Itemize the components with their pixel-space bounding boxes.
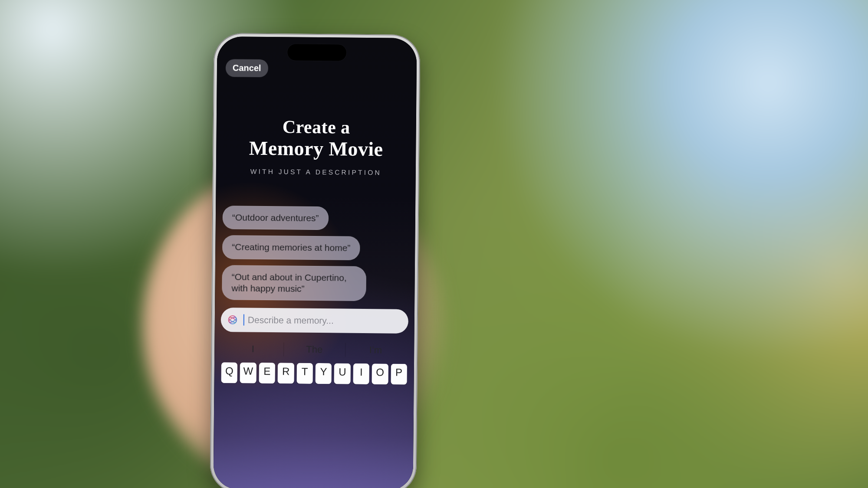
title-line2: Memory Movie	[222, 137, 410, 160]
predictive-bar: I The I’m	[220, 339, 408, 360]
page-title: Create a Memory Movie	[222, 117, 410, 160]
photo-background	[0, 0, 868, 488]
suggestion-chip[interactable]: “Outdoor adventures”	[223, 206, 329, 230]
keyboard-row: Q W E R T Y U I O P	[220, 362, 408, 385]
phone-frame: Cancel Create a Memory Movie WITH JUST A…	[210, 33, 420, 488]
suggestion-chip[interactable]: “Creating memories at home”	[222, 235, 360, 260]
predictive-suggestion[interactable]: I	[222, 339, 284, 359]
cancel-button[interactable]: Cancel	[226, 59, 268, 77]
text-caret	[243, 314, 244, 326]
keyboard-key[interactable]: T	[296, 363, 313, 384]
predictive-suggestion[interactable]: The	[283, 339, 345, 360]
memory-movie-screen: Cancel Create a Memory Movie WITH JUST A…	[213, 36, 417, 488]
page-subtitle: WITH JUST A DESCRIPTION	[222, 167, 410, 177]
keyboard-key[interactable]: U	[334, 363, 351, 384]
keyboard-key[interactable]: Q	[221, 362, 238, 383]
dynamic-island	[287, 44, 346, 61]
keyboard-key[interactable]: E	[259, 363, 275, 383]
keyboard-key[interactable]: I	[353, 364, 369, 384]
title-line1: Create a	[223, 117, 410, 138]
keyboard-key[interactable]: Y	[316, 363, 332, 384]
keyboard-key[interactable]: W	[240, 363, 256, 383]
apple-intelligence-icon	[226, 313, 239, 326]
memory-description-input[interactable]	[248, 315, 401, 327]
keyboard-key[interactable]: O	[372, 364, 388, 384]
suggestion-list: “Outdoor adventures” “Creating memories …	[221, 206, 409, 301]
iphone-device: Cancel Create a Memory Movie WITH JUST A…	[210, 33, 420, 488]
keyboard-key[interactable]: P	[391, 364, 407, 385]
memory-description-field[interactable]	[221, 308, 408, 334]
suggestion-chip[interactable]: “Out and about in Cupertino, with happy …	[222, 265, 366, 301]
predictive-suggestion[interactable]: I’m	[345, 340, 407, 360]
keyboard-key[interactable]: R	[278, 363, 294, 383]
phone-bezel: Cancel Create a Memory Movie WITH JUST A…	[213, 36, 417, 488]
